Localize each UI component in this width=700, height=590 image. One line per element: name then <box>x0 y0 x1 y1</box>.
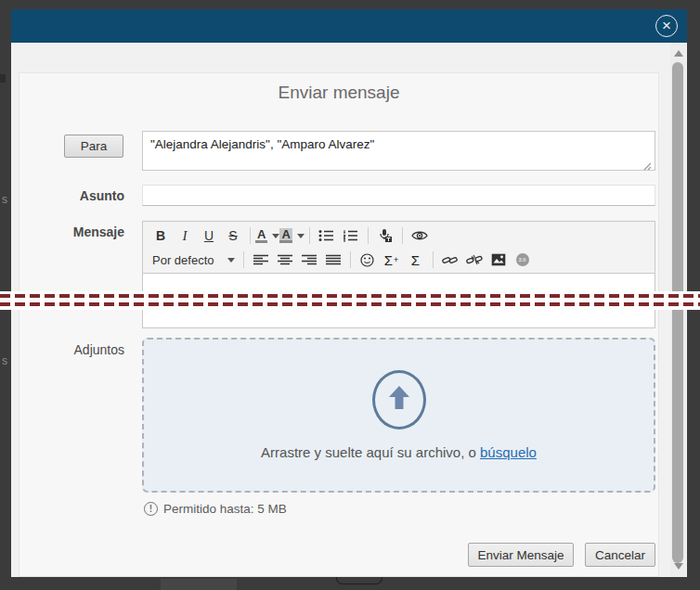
background-remnant-shape <box>161 579 237 590</box>
insert-link-button[interactable] <box>438 250 462 270</box>
attachments-label: Adjuntos <box>19 342 124 357</box>
subject-label: Asunto <box>19 188 124 203</box>
align-center-button[interactable] <box>273 250 297 270</box>
font-style-dropdown[interactable]: Por defecto <box>149 253 239 267</box>
scroll-down-icon[interactable] <box>674 563 683 570</box>
math-formula-button[interactable]: Σ+ <box>380 250 404 270</box>
image-icon <box>491 253 506 266</box>
speech-to-text-icon <box>378 228 393 243</box>
align-right-icon <box>302 254 317 266</box>
unlink-icon <box>466 253 483 267</box>
toolbar-row-1: B I U S A A <box>149 224 649 248</box>
send-message-form: Enviar mensaje Para "Alejandra Alejandri… <box>19 72 659 577</box>
scroll-up-icon[interactable] <box>674 50 683 57</box>
close-icon: × <box>662 17 671 34</box>
browse-link[interactable]: búsquelo <box>480 444 537 460</box>
remove-link-button[interactable] <box>462 250 486 270</box>
caret-down-icon <box>297 234 305 238</box>
preview-button[interactable] <box>408 225 432 246</box>
dropzone-instruction: Arrastre y suelte aquí su archivo, o bús… <box>144 444 654 460</box>
resize-handle-icon[interactable] <box>643 162 652 171</box>
align-center-icon <box>278 254 292 266</box>
file-dropzone[interactable]: Arrastre y suelte aquí su archivo, o bús… <box>142 338 655 493</box>
justify-icon <box>326 254 341 266</box>
toolbar-separator <box>309 227 310 244</box>
font-style-value: Por defecto <box>152 253 214 267</box>
page-title: Enviar mensaje <box>19 83 658 103</box>
toolbar-separator <box>368 227 369 244</box>
screenshot-root: s s × Enviar mensaje Para "Alejandra Ale… <box>0 0 700 590</box>
para-recipients-button[interactable]: Para <box>64 135 123 158</box>
link-icon <box>442 254 458 266</box>
sigma-plus-sup: + <box>394 255 398 264</box>
background-remnant-text: s <box>2 193 7 206</box>
toolbar-separator <box>250 227 251 244</box>
toolbar-separator <box>243 251 244 268</box>
dialog-titlebar: × <box>11 9 687 43</box>
size-limit-row: ! Permitido hasta: 5 MB <box>144 502 287 516</box>
bullet-list-icon <box>318 229 334 242</box>
numbered-list-button[interactable] <box>339 225 363 246</box>
caret-down-icon <box>227 258 235 263</box>
background-remnant-shape <box>0 74 6 83</box>
insert-image-button[interactable] <box>486 250 511 270</box>
send-message-button[interactable]: Enviar Mensaje <box>468 543 574 567</box>
dropzone-text: Arrastre y suelte aquí su archivo, o <box>261 444 476 460</box>
screenshot-cut-separator <box>0 291 700 310</box>
align-left-icon <box>253 254 268 266</box>
recipients-field[interactable]: "Alejandra Alejandris", "Amparo Alvarez" <box>142 131 655 171</box>
sigma-icon: Σ <box>411 252 420 268</box>
italic-button[interactable]: I <box>173 225 197 246</box>
scrollbar-thumb[interactable] <box>672 62 683 563</box>
version-badge[interactable]: 2.0 <box>511 250 535 270</box>
rich-text-editor: B I U S A A <box>142 221 655 328</box>
sigma-button[interactable]: Σ <box>404 250 428 270</box>
editor-toolbar: B I U S A A <box>142 221 655 273</box>
align-right-button[interactable] <box>297 250 321 270</box>
background-color-icon: A <box>279 228 292 243</box>
toolbar-separator <box>350 251 351 268</box>
message-label: Mensaje <box>19 224 124 239</box>
speech-to-text-button[interactable] <box>373 225 397 246</box>
cut-dash-line <box>0 294 700 298</box>
subject-input[interactable] <box>142 185 655 206</box>
bold-button[interactable]: B <box>149 225 173 246</box>
badge-icon: 2.0 <box>516 253 529 266</box>
upload-circle-icon <box>372 370 426 430</box>
text-color-button[interactable]: A <box>255 225 279 246</box>
smiley-icon <box>360 253 374 267</box>
justify-button[interactable] <box>321 250 345 270</box>
info-icon: ! <box>144 502 158 516</box>
scrollbar-track[interactable] <box>670 43 686 577</box>
background-remnant-text: s <box>2 354 7 367</box>
background-color-button[interactable]: A <box>279 225 304 246</box>
upload-arrow-stem <box>395 396 403 409</box>
cut-dash-line <box>0 302 700 306</box>
eye-icon <box>411 230 428 241</box>
strikethrough-button[interactable]: S <box>221 225 245 246</box>
close-button[interactable]: × <box>655 15 678 37</box>
text-color-icon: A <box>255 228 267 243</box>
cancel-button[interactable]: Cancelar <box>585 543 655 567</box>
underline-button[interactable]: U <box>197 225 221 246</box>
toolbar-separator <box>402 227 403 244</box>
numbered-list-icon <box>343 229 358 242</box>
bullet-list-button[interactable] <box>315 225 339 246</box>
caret-down-icon <box>272 234 279 238</box>
size-limit-text: Permitido hasta: 5 MB <box>163 502 287 516</box>
toolbar-row-2: Por defecto <box>149 248 649 272</box>
sigma-plus-icon: Σ <box>384 252 393 268</box>
align-left-button[interactable] <box>249 250 273 270</box>
emoji-button[interactable] <box>356 250 380 270</box>
toolbar-separator <box>433 251 434 268</box>
